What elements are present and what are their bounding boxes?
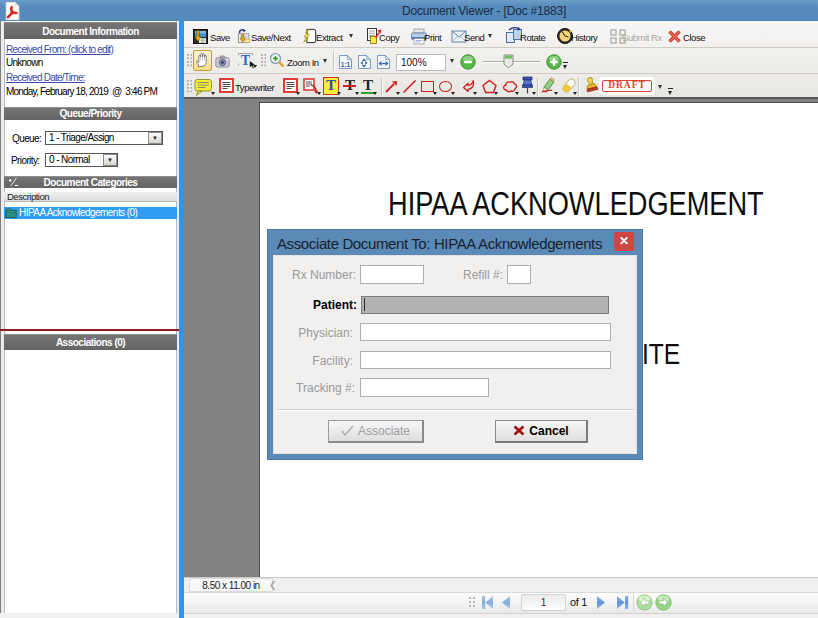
svg-text:1:1: 1:1 [341, 61, 351, 68]
